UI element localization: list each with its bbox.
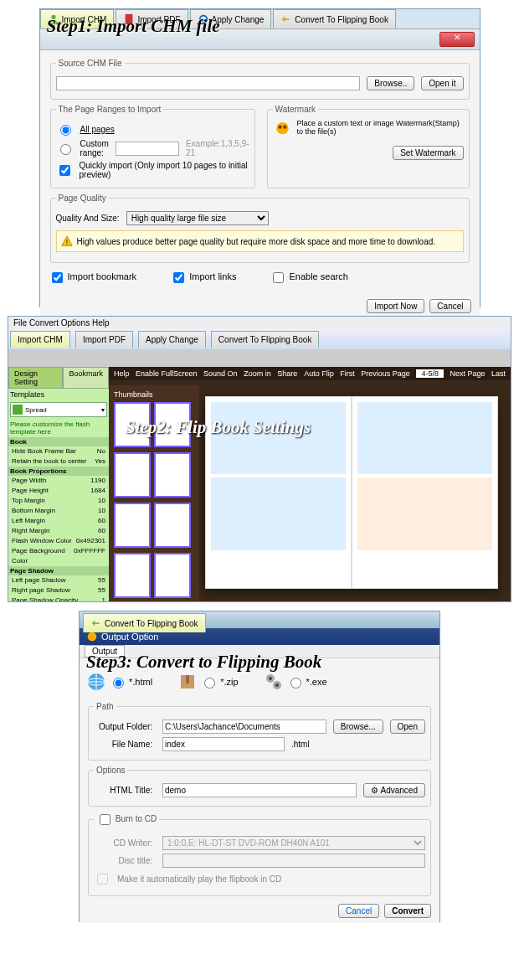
templates-label: Templates: [8, 389, 109, 400]
right-page: [352, 396, 498, 589]
sound-btn[interactable]: Sound On: [203, 369, 238, 378]
thumbnail-6[interactable]: [154, 503, 191, 548]
main-toolbar: Import CHM Import PDF Apply Change Conve…: [8, 329, 511, 349]
svg-point-15: [275, 683, 279, 687]
thumbnail-7[interactable]: [114, 553, 151, 598]
prop-row[interactable]: Page Width1190: [8, 476, 109, 486]
svg-point-2: [276, 122, 288, 134]
template-select[interactable]: Spread ▾: [10, 402, 107, 417]
customize-hint: Please customize the flash template here: [8, 419, 109, 437]
burn-fieldset: Burn to CD CD Writer:1:0:0,E: HL-DT-ST D…: [88, 812, 431, 896]
prop-row[interactable]: Left page Shadow55: [8, 575, 109, 585]
prop-row[interactable]: Top Margin10: [8, 496, 109, 506]
prop-row[interactable]: Right Margin60: [8, 526, 109, 536]
open-button-3[interactable]: Open: [390, 720, 425, 734]
globe-icon: [86, 672, 106, 692]
fullscreen-btn[interactable]: Enable FullScreen: [136, 369, 198, 378]
quality-fieldset: Page Quality Quality And Size:High quali…: [50, 193, 470, 263]
output-folder-input[interactable]: [162, 720, 326, 734]
set-watermark-button[interactable]: Set Watermark: [393, 146, 463, 160]
thumbnail-4[interactable]: [154, 452, 191, 498]
first-btn[interactable]: First: [340, 369, 355, 378]
svg-point-7: [88, 632, 97, 642]
svg-point-14: [269, 677, 272, 680]
page-indicator[interactable]: 4-5/8: [416, 369, 444, 378]
prev-btn[interactable]: Previous Page: [361, 369, 410, 378]
exe-icon: [264, 672, 284, 692]
design-setting-tab[interactable]: Design Setting: [8, 367, 63, 389]
html-radio[interactable]: [113, 678, 124, 689]
step1-label: Step1: Import CHM file: [47, 16, 220, 37]
enable-search-checkbox[interactable]: [273, 272, 284, 283]
browse-button-3[interactable]: Browse...: [333, 720, 383, 734]
thumbnail-3[interactable]: [114, 452, 151, 498]
page-ranges-fieldset: The Page Ranges to Import All pages Cust…: [50, 105, 255, 188]
quality-select[interactable]: High quality large file size: [126, 211, 269, 225]
help-btn[interactable]: Help: [114, 369, 130, 378]
bookmark-tab[interactable]: Bookmark: [63, 367, 109, 389]
source-path-input[interactable]: [56, 76, 361, 90]
thumbnails-label: Thumbnails: [112, 389, 196, 400]
prop-row[interactable]: Hide Book Frame BarNo: [8, 446, 109, 456]
autoflip-btn[interactable]: Auto Flip: [304, 369, 334, 378]
tab-convert[interactable]: Convert To Flipping Book: [273, 9, 396, 28]
prop-row[interactable]: Page Background Color0xFFFFFF: [8, 546, 109, 566]
prop-row[interactable]: Book: [8, 437, 109, 446]
output-icon: [86, 631, 98, 642]
filename-input[interactable]: [162, 737, 285, 751]
next-btn[interactable]: Next Page: [450, 369, 485, 378]
all-pages-radio[interactable]: [60, 125, 71, 136]
property-list[interactable]: BookHide Book Frame BarNoRetain the book…: [8, 437, 109, 601]
quality-warning: ! High values produce better page qualit…: [56, 230, 464, 252]
zoom-btn[interactable]: Zoom in: [244, 369, 271, 378]
prop-row[interactable]: Page Shadow: [8, 566, 109, 575]
browse-button[interactable]: Browse..: [367, 76, 414, 90]
cd-writer-select: 1:0:0,E: HL-DT-ST DVD-ROM DH40N A101: [162, 836, 425, 850]
prop-row[interactable]: Retain the book to centerYes: [8, 456, 109, 467]
warning-icon: !: [61, 235, 73, 247]
custom-range-input[interactable]: [116, 142, 179, 156]
prop-row[interactable]: Page Height1684: [8, 486, 109, 496]
thumbnail-5[interactable]: [114, 503, 151, 548]
svg-rect-6: [13, 405, 23, 415]
prop-row[interactable]: Right page Shadow55: [8, 585, 109, 596]
prop-row[interactable]: Left Margin60: [8, 516, 109, 526]
cancel-button[interactable]: Cancel: [429, 299, 470, 313]
share-btn[interactable]: Share: [277, 369, 297, 378]
zip-radio[interactable]: [204, 678, 215, 689]
custom-range-radio[interactable]: [60, 144, 71, 155]
prop-row[interactable]: Book Proportions: [8, 467, 109, 476]
burn-checkbox[interactable]: [100, 814, 110, 825]
html-title-input[interactable]: [162, 783, 357, 797]
tab-apply-change-2[interactable]: Apply Change: [138, 331, 206, 348]
svg-rect-11: [186, 675, 189, 683]
prop-row[interactable]: Flash Window Color0x492301: [8, 536, 109, 546]
thumbnail-8[interactable]: [154, 553, 191, 598]
cancel-button-3[interactable]: Cancel: [338, 904, 379, 918]
menubar[interactable]: File Convert Options Help: [8, 317, 511, 329]
convert-button[interactable]: Convert: [384, 904, 431, 918]
quick-import-checkbox[interactable]: [59, 165, 70, 176]
close-button[interactable]: ✕: [439, 32, 475, 47]
options-fieldset: Options HTML Title:⚙ Advanced: [88, 766, 431, 807]
tab-convert-2[interactable]: Convert To Flipping Book: [211, 331, 320, 348]
svg-point-3: [278, 126, 281, 129]
zip-icon: [177, 672, 198, 692]
import-links-checkbox[interactable]: [173, 272, 184, 283]
template-icon: [13, 405, 23, 415]
import-bookmark-checkbox[interactable]: [52, 272, 63, 283]
tab-import-pdf-2[interactable]: Import PDF: [75, 331, 133, 348]
tab-convert-3[interactable]: Convert To Flipping Book: [83, 613, 206, 632]
convert-icon-3: [90, 617, 102, 629]
advanced-button[interactable]: ⚙ Advanced: [363, 783, 425, 797]
prop-row[interactable]: Bottom Margin10: [8, 506, 109, 516]
open-it-button[interactable]: Open it: [421, 76, 463, 90]
exe-radio[interactable]: [290, 678, 301, 689]
settings-sidebar: Design Setting Bookmark Templates Spread…: [8, 367, 109, 601]
tab-import-chm-2[interactable]: Import CHM: [10, 331, 70, 348]
svg-point-4: [283, 126, 286, 129]
path-fieldset: Path Output Folder:Browse...Open File Na…: [88, 702, 431, 761]
last-btn[interactable]: Last: [491, 369, 506, 378]
import-now-button[interactable]: Import Now: [367, 299, 424, 313]
prop-row[interactable]: Page Shadow Opacity1: [8, 596, 109, 601]
